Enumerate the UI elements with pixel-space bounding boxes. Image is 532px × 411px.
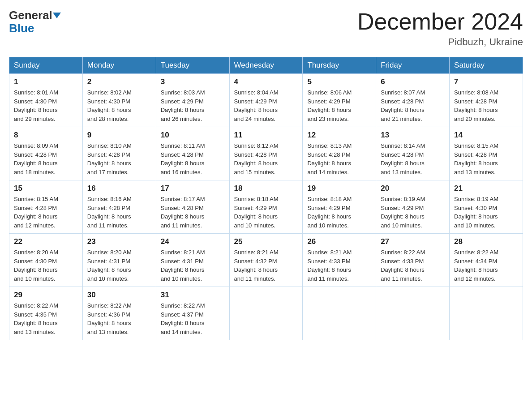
day-number: 13 — [381, 131, 445, 140]
day-info: Sunrise: 8:18 AMSunset: 4:29 PMDaylight:… — [234, 195, 298, 230]
day-info: Sunrise: 8:15 AMSunset: 4:28 PMDaylight:… — [454, 141, 518, 176]
day-info: Sunrise: 8:20 AMSunset: 4:30 PMDaylight:… — [14, 248, 78, 283]
day-number: 20 — [381, 184, 445, 193]
day-number: 10 — [161, 131, 225, 140]
day-info: Sunrise: 8:10 AMSunset: 4:28 PMDaylight:… — [87, 141, 151, 176]
calendar-cell: 10Sunrise: 8:11 AMSunset: 4:28 PMDayligh… — [156, 127, 229, 180]
day-info: Sunrise: 8:03 AMSunset: 4:29 PMDaylight:… — [161, 88, 225, 123]
day-info: Sunrise: 8:20 AMSunset: 4:31 PMDaylight:… — [87, 248, 151, 283]
calendar-cell: 16Sunrise: 8:16 AMSunset: 4:28 PMDayligh… — [82, 180, 156, 234]
day-info: Sunrise: 8:04 AMSunset: 4:29 PMDaylight:… — [234, 88, 298, 123]
calendar-cell: 11Sunrise: 8:12 AMSunset: 4:28 PMDayligh… — [229, 127, 303, 180]
calendar-cell: 15Sunrise: 8:15 AMSunset: 4:28 PMDayligh… — [9, 180, 83, 234]
calendar-cell: 17Sunrise: 8:17 AMSunset: 4:28 PMDayligh… — [156, 180, 229, 234]
calendar-cell: 8Sunrise: 8:09 AMSunset: 4:28 PMDaylight… — [9, 127, 83, 180]
calendar-cell: 18Sunrise: 8:18 AMSunset: 4:29 PMDayligh… — [229, 180, 303, 234]
day-number: 17 — [161, 184, 225, 193]
day-number: 8 — [14, 131, 78, 140]
day-number: 29 — [14, 291, 78, 300]
day-number: 7 — [454, 77, 518, 86]
day-number: 16 — [87, 184, 151, 193]
logo-general: General — [9, 9, 61, 22]
calendar-cell — [303, 287, 376, 340]
calendar-cell: 29Sunrise: 8:22 AMSunset: 4:35 PMDayligh… — [9, 287, 83, 340]
calendar-cell: 23Sunrise: 8:20 AMSunset: 4:31 PMDayligh… — [82, 234, 156, 287]
day-info: Sunrise: 8:14 AMSunset: 4:28 PMDaylight:… — [381, 141, 445, 176]
logo-arrow-icon — [53, 13, 61, 18]
day-number: 11 — [234, 131, 298, 140]
calendar-cell: 24Sunrise: 8:21 AMSunset: 4:31 PMDayligh… — [156, 234, 229, 287]
day-info: Sunrise: 8:22 AMSunset: 4:33 PMDaylight:… — [381, 248, 445, 283]
week-row-3: 15Sunrise: 8:15 AMSunset: 4:28 PMDayligh… — [9, 180, 523, 234]
day-header-saturday: Saturday — [450, 57, 523, 74]
calendar-cell: 3Sunrise: 8:03 AMSunset: 4:29 PMDaylight… — [156, 74, 229, 127]
week-row-5: 29Sunrise: 8:22 AMSunset: 4:35 PMDayligh… — [9, 287, 523, 340]
logo: General Blue — [9, 9, 61, 34]
day-info: Sunrise: 8:21 AMSunset: 4:31 PMDaylight:… — [161, 248, 225, 283]
day-info: Sunrise: 8:09 AMSunset: 4:28 PMDaylight:… — [14, 141, 78, 176]
calendar-header: SundayMondayTuesdayWednesdayThursdayFrid… — [9, 57, 523, 74]
calendar-body: 1Sunrise: 8:01 AMSunset: 4:30 PMDaylight… — [9, 74, 523, 340]
day-header-wednesday: Wednesday — [229, 57, 303, 74]
day-number: 4 — [234, 77, 298, 86]
day-info: Sunrise: 8:18 AMSunset: 4:29 PMDaylight:… — [307, 195, 371, 230]
calendar-cell — [450, 287, 523, 340]
calendar-cell: 1Sunrise: 8:01 AMSunset: 4:30 PMDaylight… — [9, 74, 83, 127]
day-info: Sunrise: 8:22 AMSunset: 4:35 PMDaylight:… — [14, 301, 78, 336]
day-info: Sunrise: 8:22 AMSunset: 4:37 PMDaylight:… — [161, 301, 225, 336]
page-header: General Blue December 2024 Pidbuzh, Ukra… — [9, 9, 523, 48]
calendar-cell: 14Sunrise: 8:15 AMSunset: 4:28 PMDayligh… — [450, 127, 523, 180]
day-info: Sunrise: 8:02 AMSunset: 4:30 PMDaylight:… — [87, 88, 151, 123]
day-info: Sunrise: 8:06 AMSunset: 4:29 PMDaylight:… — [307, 88, 371, 123]
calendar-cell — [229, 287, 303, 340]
calendar-cell: 28Sunrise: 8:22 AMSunset: 4:34 PMDayligh… — [450, 234, 523, 287]
day-info: Sunrise: 8:19 AMSunset: 4:30 PMDaylight:… — [454, 195, 518, 230]
calendar-cell: 20Sunrise: 8:19 AMSunset: 4:29 PMDayligh… — [376, 180, 450, 234]
day-number: 25 — [234, 237, 298, 246]
day-number: 14 — [454, 131, 518, 140]
day-header-row: SundayMondayTuesdayWednesdayThursdayFrid… — [9, 57, 523, 74]
day-info: Sunrise: 8:22 AMSunset: 4:34 PMDaylight:… — [454, 248, 518, 283]
day-number: 27 — [381, 237, 445, 246]
day-number: 12 — [307, 131, 371, 140]
calendar-cell: 4Sunrise: 8:04 AMSunset: 4:29 PMDaylight… — [229, 74, 303, 127]
day-info: Sunrise: 8:01 AMSunset: 4:30 PMDaylight:… — [14, 88, 78, 123]
day-header-friday: Friday — [376, 57, 450, 74]
day-number: 9 — [87, 131, 151, 140]
day-header-monday: Monday — [82, 57, 156, 74]
day-info: Sunrise: 8:08 AMSunset: 4:28 PMDaylight:… — [454, 88, 518, 123]
day-info: Sunrise: 8:21 AMSunset: 4:33 PMDaylight:… — [307, 248, 371, 283]
day-number: 3 — [161, 77, 225, 86]
day-number: 23 — [87, 237, 151, 246]
calendar-cell: 26Sunrise: 8:21 AMSunset: 4:33 PMDayligh… — [303, 234, 376, 287]
calendar-cell: 30Sunrise: 8:22 AMSunset: 4:36 PMDayligh… — [82, 287, 156, 340]
week-row-2: 8Sunrise: 8:09 AMSunset: 4:28 PMDaylight… — [9, 127, 523, 180]
month-title: December 2024 — [357, 9, 523, 34]
day-number: 5 — [307, 77, 371, 86]
calendar-cell: 2Sunrise: 8:02 AMSunset: 4:30 PMDaylight… — [82, 74, 156, 127]
day-number: 21 — [454, 184, 518, 193]
day-number: 18 — [234, 184, 298, 193]
day-number: 22 — [14, 237, 78, 246]
day-info: Sunrise: 8:19 AMSunset: 4:29 PMDaylight:… — [381, 195, 445, 230]
calendar-cell: 5Sunrise: 8:06 AMSunset: 4:29 PMDaylight… — [303, 74, 376, 127]
day-number: 2 — [87, 77, 151, 86]
day-info: Sunrise: 8:11 AMSunset: 4:28 PMDaylight:… — [161, 141, 225, 176]
day-header-sunday: Sunday — [9, 57, 83, 74]
day-info: Sunrise: 8:15 AMSunset: 4:28 PMDaylight:… — [14, 195, 78, 230]
day-number: 15 — [14, 184, 78, 193]
calendar-cell: 12Sunrise: 8:13 AMSunset: 4:28 PMDayligh… — [303, 127, 376, 180]
day-info: Sunrise: 8:07 AMSunset: 4:28 PMDaylight:… — [381, 88, 445, 123]
calendar-cell: 22Sunrise: 8:20 AMSunset: 4:30 PMDayligh… — [9, 234, 83, 287]
calendar-cell: 27Sunrise: 8:22 AMSunset: 4:33 PMDayligh… — [376, 234, 450, 287]
day-info: Sunrise: 8:12 AMSunset: 4:28 PMDaylight:… — [234, 141, 298, 176]
calendar-cell: 7Sunrise: 8:08 AMSunset: 4:28 PMDaylight… — [450, 74, 523, 127]
calendar-cell — [376, 287, 450, 340]
title-block: December 2024 Pidbuzh, Ukraine — [357, 9, 523, 48]
day-number: 19 — [307, 184, 371, 193]
location: Pidbuzh, Ukraine — [357, 36, 523, 48]
calendar-cell: 19Sunrise: 8:18 AMSunset: 4:29 PMDayligh… — [303, 180, 376, 234]
day-info: Sunrise: 8:22 AMSunset: 4:36 PMDaylight:… — [87, 301, 151, 336]
day-info: Sunrise: 8:17 AMSunset: 4:28 PMDaylight:… — [161, 195, 225, 230]
week-row-1: 1Sunrise: 8:01 AMSunset: 4:30 PMDaylight… — [9, 74, 523, 127]
